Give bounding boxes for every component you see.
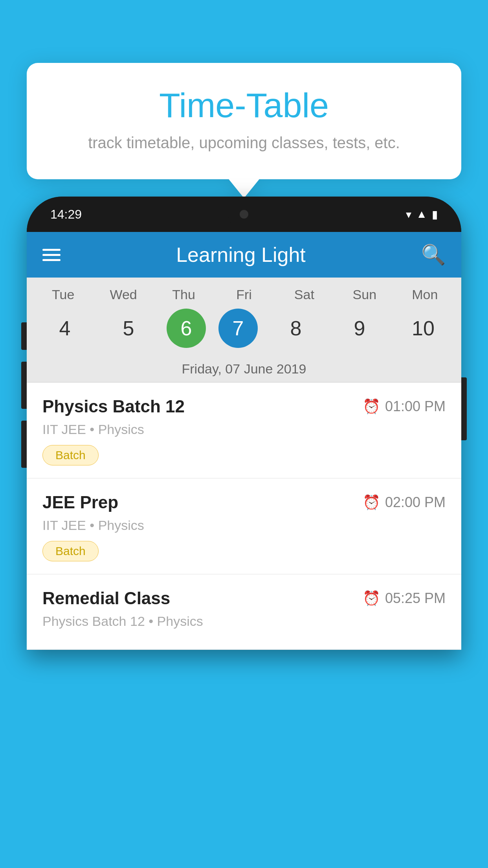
day-thu[interactable]: Thu <box>158 287 209 302</box>
time-value-2: 02:00 PM <box>385 494 446 511</box>
batch-tag-1: Batch <box>42 445 99 465</box>
status-bar: 14:29 ▾ ▲ ▮ <box>27 197 461 232</box>
calendar-days-header: Tue Wed Thu Fri Sat Sun Mon <box>27 278 461 305</box>
tooltip-bubble: Time-Table track timetable, upcoming cla… <box>27 63 461 179</box>
schedule-item-2-header: JEE Prep ⏰ 02:00 PM <box>42 493 446 512</box>
schedule-item-3[interactable]: Remedial Class ⏰ 05:25 PM Physics Batch … <box>27 574 461 650</box>
tooltip-title: Time-Table <box>46 86 442 125</box>
schedule-item-1[interactable]: Physics Batch 12 ⏰ 01:00 PM IIT JEE • Ph… <box>27 383 461 478</box>
clock-icon-1: ⏰ <box>363 398 380 415</box>
tooltip-subtitle: track timetable, upcoming classes, tests… <box>46 134 442 152</box>
phone-button-right <box>461 377 467 440</box>
day-sun[interactable]: Sun <box>339 287 390 302</box>
day-fri[interactable]: Fri <box>218 287 270 302</box>
class-name-2: JEE Prep <box>42 493 118 512</box>
date-6-today[interactable]: 6 <box>167 309 206 348</box>
class-time-2: ⏰ 02:00 PM <box>363 494 446 511</box>
hamburger-line-3 <box>42 259 61 261</box>
date-8[interactable]: 8 <box>270 309 321 348</box>
phone-button-left1 <box>21 322 27 350</box>
status-icons: ▾ ▲ ▮ <box>406 208 438 221</box>
app-title: Learning Light <box>176 243 306 267</box>
schedule-item-2[interactable]: JEE Prep ⏰ 02:00 PM IIT JEE • Physics Ba… <box>27 478 461 574</box>
battery-icon: ▮ <box>432 208 438 221</box>
hamburger-line-2 <box>42 254 61 256</box>
phone-button-left3 <box>21 421 27 468</box>
clock-icon-3: ⏰ <box>363 590 380 607</box>
date-10[interactable]: 10 <box>398 309 449 348</box>
class-time-3: ⏰ 05:25 PM <box>363 590 446 607</box>
date-9[interactable]: 9 <box>334 309 385 348</box>
search-icon[interactable]: 🔍 <box>421 243 446 266</box>
class-time-1: ⏰ 01:00 PM <box>363 398 446 415</box>
time-value-3: 05:25 PM <box>385 590 446 607</box>
selected-date-label: Friday, 07 June 2019 <box>27 356 461 383</box>
wifi-icon: ▾ <box>406 208 411 221</box>
camera-dot <box>240 210 248 219</box>
phone-wrapper: 14:29 ▾ ▲ ▮ Learning Light 🔍 <box>27 197 461 650</box>
hamburger-line-1 <box>42 249 61 251</box>
hamburger-menu-button[interactable] <box>42 249 61 261</box>
class-detail-3: Physics Batch 12 • Physics <box>42 614 446 629</box>
phone-container: 14:29 ▾ ▲ ▮ Learning Light 🔍 <box>27 197 461 868</box>
phone-button-left2 <box>21 362 27 409</box>
class-detail-1: IIT JEE • Physics <box>42 422 446 437</box>
calendar-dates-row: 4 5 6 7 8 9 10 <box>27 305 461 356</box>
class-name-1: Physics Batch 12 <box>42 397 185 416</box>
phone-frame: 14:29 ▾ ▲ ▮ Learning Light 🔍 <box>27 197 461 650</box>
clock-icon-2: ⏰ <box>363 494 380 511</box>
app-header: Learning Light 🔍 <box>27 232 461 278</box>
date-4[interactable]: 4 <box>39 309 90 348</box>
batch-tag-2: Batch <box>42 541 99 561</box>
day-tue[interactable]: Tue <box>38 287 89 302</box>
day-wed[interactable]: Wed <box>98 287 149 302</box>
schedule-item-3-header: Remedial Class ⏰ 05:25 PM <box>42 588 446 608</box>
date-5[interactable]: 5 <box>103 309 154 348</box>
signal-icon: ▲ <box>416 208 427 221</box>
time-value-1: 01:00 PM <box>385 398 446 415</box>
schedule-list: Physics Batch 12 ⏰ 01:00 PM IIT JEE • Ph… <box>27 383 461 650</box>
day-mon[interactable]: Mon <box>399 287 450 302</box>
class-name-3: Remedial Class <box>42 588 170 608</box>
class-detail-2: IIT JEE • Physics <box>42 518 446 533</box>
phone-notch <box>228 199 260 230</box>
schedule-item-1-header: Physics Batch 12 ⏰ 01:00 PM <box>42 397 446 416</box>
phone-time: 14:29 <box>50 207 82 222</box>
date-7-selected[interactable]: 7 <box>218 309 258 348</box>
day-sat[interactable]: Sat <box>279 287 330 302</box>
